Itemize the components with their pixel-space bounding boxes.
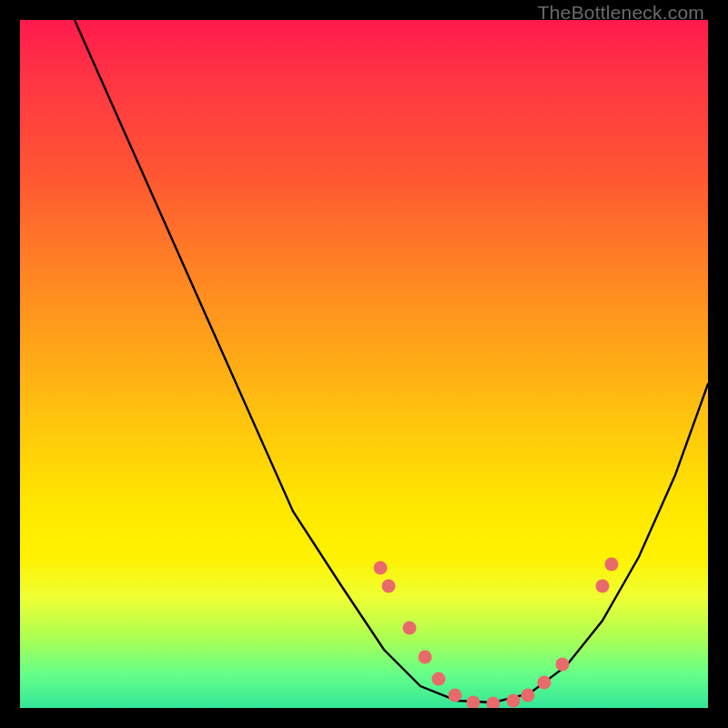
data-marker: [374, 561, 388, 575]
data-marker: [507, 694, 521, 708]
watermark-text: TheBottleneck.com: [538, 2, 704, 24]
data-marker: [521, 689, 535, 703]
data-marker: [538, 676, 551, 690]
bottleneck-curve: [75, 20, 708, 703]
bottleneck-curve-svg: [20, 20, 708, 708]
data-marker: [596, 580, 610, 593]
data-marker: [605, 558, 619, 571]
data-marker: [403, 622, 417, 635]
data-marker: [556, 658, 570, 672]
chart-frame: [20, 20, 708, 708]
data-marker: [467, 696, 480, 709]
data-marker: [487, 697, 500, 709]
data-marker: [432, 672, 446, 686]
data-marker: [382, 580, 396, 593]
data-marker: [419, 651, 432, 664]
data-marker: [449, 689, 462, 703]
data-markers: [374, 558, 619, 709]
